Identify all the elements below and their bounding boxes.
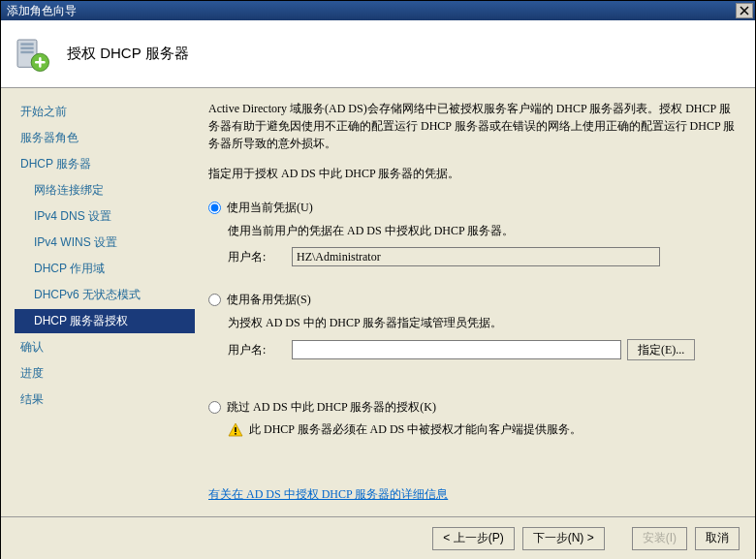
nav-dhcp-scope[interactable]: DHCP 作用域 [15, 257, 195, 281]
instruction-text: 指定用于授权 AD DS 中此 DHCP 服务器的凭据。 [208, 166, 738, 182]
username-label-1: 用户名: [228, 249, 286, 265]
next-button[interactable]: 下一步(N) > [522, 527, 605, 550]
skip-warning-text: 此 DHCP 服务器必须在 AD DS 中被授权才能向客户端提供服务。 [249, 421, 582, 438]
description-text: Active Directory 域服务(AD DS)会存储网络中已被授权服务客… [208, 100, 738, 152]
current-username-field [292, 247, 660, 266]
server-role-icon [13, 35, 51, 74]
svg-rect-6 [235, 433, 236, 435]
footer: < 上一步(P) 下一步(N) > 安装(I) 取消 [1, 516, 755, 559]
wizard-window: 添加角色向导 授权 DHCP 服务器 开始之前 服务器角色 DHCP 服务器 网… [0, 0, 756, 559]
help-link[interactable]: 有关在 AD DS 中授权 DHCP 服务器的详细信息 [208, 486, 448, 503]
warning-icon [228, 422, 243, 438]
nav-dhcp-auth[interactable]: DHCP 服务器授权 [15, 309, 195, 333]
window-title: 添加角色向导 [7, 3, 736, 19]
radio-current-credentials[interactable] [208, 202, 221, 214]
radio-alternate-label[interactable]: 使用备用凭据(S) [227, 292, 311, 308]
nav-progress[interactable]: 进度 [15, 361, 195, 386]
svg-rect-2 [20, 47, 33, 49]
radio-skip-auth[interactable] [208, 401, 221, 414]
content: Active Directory 域服务(AD DS)会存储网络中已被授权服务客… [195, 88, 755, 516]
radio-skip-label[interactable]: 跳过 AD DS 中此 DHCP 服务器的授权(K) [227, 399, 436, 416]
prev-button[interactable]: < 上一步(P) [432, 527, 514, 550]
nav-results[interactable]: 结果 [15, 388, 195, 412]
username-label-2: 用户名: [228, 342, 286, 358]
header: 授权 DHCP 服务器 [1, 20, 755, 88]
body: 开始之前 服务器角色 DHCP 服务器 网络连接绑定 IPv4 DNS 设置 I… [1, 88, 755, 516]
nav-confirm[interactable]: 确认 [15, 335, 195, 359]
radio-current-label[interactable]: 使用当前凭据(U) [227, 200, 313, 216]
alternate-desc: 为授权 AD DS 中的 DHCP 服务器指定域管理员凭据。 [228, 314, 738, 331]
option-current-credentials: 使用当前凭据(U) 使用当前用户的凭据在 AD DS 中授权此 DHCP 服务器… [208, 200, 738, 266]
install-button: 安装(I) [632, 527, 687, 550]
titlebar: 添加角色向导 [1, 1, 755, 20]
sidebar: 开始之前 服务器角色 DHCP 服务器 网络连接绑定 IPv4 DNS 设置 I… [1, 88, 195, 516]
svg-rect-1 [20, 43, 33, 46]
page-title: 授权 DHCP 服务器 [67, 45, 189, 63]
current-desc: 使用当前用户的凭据在 AD DS 中授权此 DHCP 服务器。 [228, 222, 738, 239]
nav-dhcp-server[interactable]: DHCP 服务器 [15, 152, 195, 176]
cancel-button[interactable]: 取消 [695, 527, 740, 550]
nav-before-begin[interactable]: 开始之前 [15, 100, 195, 124]
radio-alternate-credentials[interactable] [208, 294, 221, 306]
alternate-username-field[interactable] [292, 340, 621, 359]
svg-rect-5 [235, 427, 236, 432]
nav-network-binding[interactable]: 网络连接绑定 [15, 178, 195, 202]
option-alternate-credentials: 使用备用凭据(S) 为授权 AD DS 中的 DHCP 服务器指定域管理员凭据。… [208, 292, 738, 360]
nav-ipv4-dns[interactable]: IPv4 DNS 设置 [15, 204, 195, 229]
close-icon [740, 6, 749, 16]
specify-button[interactable]: 指定(E)... [627, 339, 695, 360]
nav-server-roles[interactable]: 服务器角色 [15, 126, 195, 150]
svg-rect-3 [20, 50, 33, 53]
close-button[interactable] [736, 3, 753, 18]
nav-dhcpv6[interactable]: DHCPv6 无状态模式 [15, 283, 195, 307]
option-skip-auth: 跳过 AD DS 中此 DHCP 服务器的授权(K) 此 DHCP 服务器必须在… [208, 399, 738, 438]
nav-ipv4-wins[interactable]: IPv4 WINS 设置 [15, 231, 195, 255]
